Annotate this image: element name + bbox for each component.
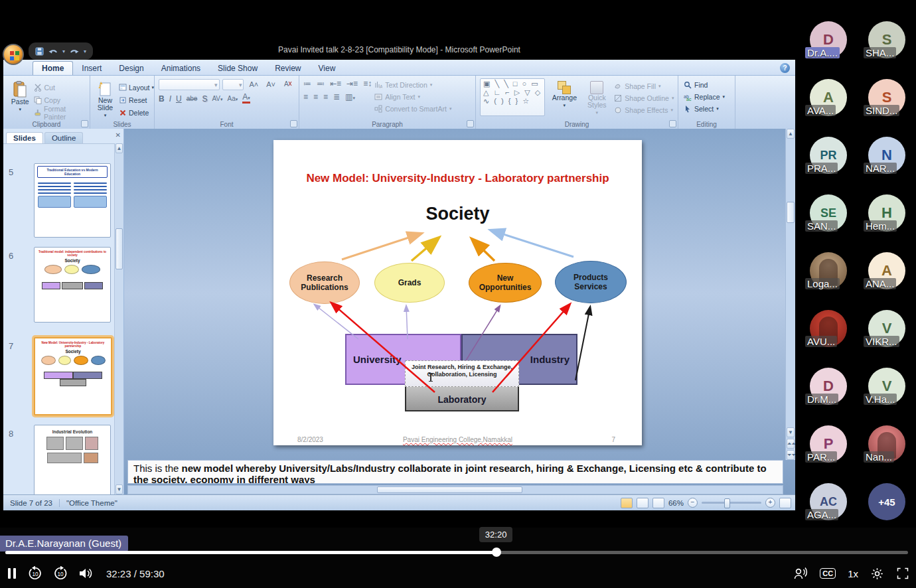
- slide-thumbnail-7[interactable]: New Model: University-Industry - Laborat…: [34, 337, 112, 415]
- align-right-button[interactable]: ≡: [323, 92, 328, 102]
- format-painter-button[interactable]: Format Painter: [34, 107, 88, 119]
- joint-research-textbox[interactable]: Joint Research, Hiring & Exchange, Colla…: [405, 360, 519, 387]
- shadow-button[interactable]: S: [202, 94, 207, 104]
- paste-button[interactable]: Paste▾: [6, 78, 34, 119]
- zoom-in-button[interactable]: +: [765, 498, 775, 508]
- panel-close-icon[interactable]: ✕: [115, 131, 121, 139]
- slide-canvas[interactable]: New Model: University-Industry - Laborat…: [273, 140, 642, 445]
- text-direction-button[interactable]: AText Direction▾: [374, 80, 451, 90]
- convert-smartart-button[interactable]: Convert to SmartArt▾: [374, 104, 451, 114]
- participant-tile[interactable]: S SHA...: [868, 21, 905, 58]
- select-button[interactable]: Select▾: [684, 104, 735, 114]
- participant-tile[interactable]: SE SAN...: [810, 194, 847, 232]
- layout-button[interactable]: Layout▾: [119, 82, 154, 94]
- delete-button[interactable]: Delete: [119, 107, 154, 119]
- pause-button[interactable]: [7, 567, 17, 579]
- paragraph-dialog-launcher[interactable]: [467, 120, 474, 127]
- rewind-10-button[interactable]: 10: [28, 566, 42, 581]
- seek-thumb[interactable]: [492, 548, 501, 557]
- quick-styles-button[interactable]: Quick Styles▾: [583, 78, 610, 116]
- strikethrough-button[interactable]: abe: [187, 95, 198, 102]
- clipboard-dialog-launcher[interactable]: [81, 120, 88, 127]
- shape-effects-button[interactable]: Shape Effects▾: [614, 105, 674, 115]
- ellipse-products-services[interactable]: Products Services: [555, 261, 627, 303]
- font-size-select[interactable]: ▾: [222, 79, 244, 90]
- font-name-select[interactable]: ▾: [159, 79, 220, 90]
- slide-sorter-view-icon[interactable]: [637, 498, 649, 508]
- columns-button[interactable]: ▥▾: [345, 92, 355, 102]
- tab-animations[interactable]: Animations: [153, 62, 209, 75]
- new-slide-button[interactable]: New Slide▾: [92, 78, 119, 119]
- seek-bar[interactable]: 32:20: [5, 551, 908, 554]
- notes-pane[interactable]: This is the new model whereby University…: [127, 460, 783, 484]
- editor-scrollbar[interactable]: ▲ ▼ ⏶⏶ ⏷⏷: [785, 129, 795, 460]
- drawing-dialog-launcher[interactable]: [669, 120, 676, 127]
- slide-thumbnail-6[interactable]: Traditional model: independent contribut…: [34, 247, 111, 323]
- slide-thumbnail-8[interactable]: Industrial Evolution: [34, 425, 111, 494]
- participant-tile[interactable]: D Dr.M...: [810, 368, 847, 405]
- tab-design[interactable]: Design: [110, 62, 152, 75]
- participant-tile[interactable]: P PAR...: [810, 425, 847, 463]
- tab-home[interactable]: Home: [33, 61, 73, 75]
- slides-tab[interactable]: Slides: [6, 132, 43, 143]
- shrink-font-button[interactable]: A˅: [264, 79, 278, 90]
- participant-tile[interactable]: H Hem...: [868, 194, 905, 232]
- participant-tile[interactable]: V VIKR...: [868, 310, 905, 347]
- underline-button[interactable]: U: [176, 94, 182, 104]
- numbering-button[interactable]: ≕: [317, 79, 325, 88]
- normal-view-icon[interactable]: [621, 498, 633, 508]
- clear-formatting-button[interactable]: A: [281, 79, 295, 90]
- participant-tile[interactable]: AVU...: [810, 310, 847, 347]
- font-dialog-launcher[interactable]: [290, 120, 297, 127]
- cut-button[interactable]: Cut: [34, 82, 88, 94]
- participant-tile[interactable]: Nan...: [868, 425, 905, 463]
- captions-button[interactable]: CC: [820, 568, 836, 579]
- justify-button[interactable]: ≣: [333, 92, 340, 102]
- participant-tile[interactable]: V V.Ha...: [868, 368, 905, 405]
- align-center-button[interactable]: ≡: [313, 92, 318, 102]
- tab-review[interactable]: Review: [266, 62, 309, 75]
- slideshow-view-icon[interactable]: [652, 498, 664, 508]
- notes-horizontal-scrollbar[interactable]: [127, 485, 783, 494]
- shapes-gallery[interactable]: ▣ ╲ ╲ □ ○ ▭ △ ∟ ⌐ ▷ ▽ ◇ ∿ ( ) { } ☆: [480, 78, 545, 116]
- change-case-button[interactable]: Aa▾: [228, 95, 238, 102]
- office-button-icon[interactable]: [3, 44, 24, 65]
- society-label[interactable]: Society: [273, 204, 642, 224]
- character-spacing-button[interactable]: AV▾: [212, 95, 222, 102]
- participant-tile[interactable]: A ANA...: [868, 252, 905, 289]
- zoom-out-button[interactable]: −: [688, 498, 698, 508]
- replace-button[interactable]: abacReplace▾: [684, 92, 735, 102]
- slide-thumbnail-5[interactable]: Traditional Education vs Modern Educatio…: [34, 163, 111, 238]
- find-button[interactable]: Find: [684, 80, 735, 90]
- slide-title[interactable]: New Model: University-Industry - Laborat…: [273, 172, 642, 185]
- volume-icon[interactable]: [78, 567, 93, 580]
- fit-to-window-icon[interactable]: [779, 498, 791, 508]
- font-color-button[interactable]: A▾: [242, 94, 250, 104]
- bullets-button[interactable]: ≔: [303, 79, 311, 88]
- outline-tab[interactable]: Outline: [44, 132, 83, 143]
- participant-tile[interactable]: AC AGA...: [810, 483, 847, 520]
- align-text-button[interactable]: Align Text▾: [374, 92, 451, 102]
- reset-button[interactable]: Reset: [119, 94, 154, 106]
- italic-button[interactable]: I: [169, 94, 171, 104]
- ellipse-new-opportunities[interactable]: New Opportunities: [469, 263, 542, 303]
- grow-font-button[interactable]: A˄: [246, 79, 261, 90]
- line-spacing-button[interactable]: ≡↕: [363, 79, 372, 88]
- zoom-slider[interactable]: [702, 502, 761, 504]
- fullscreen-icon[interactable]: [896, 567, 909, 580]
- participant-tile[interactable]: S SIND...: [868, 79, 905, 116]
- arrange-button[interactable]: Arrange▾: [549, 78, 579, 116]
- participant-tile[interactable]: D Dr.A....: [810, 21, 847, 58]
- ellipse-grads[interactable]: Grads: [374, 263, 445, 303]
- participant-tile[interactable]: A AVA...: [810, 79, 847, 116]
- participant-tile[interactable]: PR PRA...: [810, 137, 847, 174]
- previous-slide-button[interactable]: ⏶⏶: [787, 439, 795, 449]
- decrease-indent-button[interactable]: ⇤≡: [330, 79, 341, 88]
- audio-person-icon[interactable]: [793, 566, 808, 581]
- participant-tile[interactable]: Loga...: [810, 252, 847, 289]
- panel-scrollbar[interactable]: ▲ ▼: [114, 143, 123, 494]
- tab-slide-show[interactable]: Slide Show: [209, 62, 266, 75]
- ellipse-research-publications[interactable]: Research Publications: [289, 261, 360, 304]
- tab-insert[interactable]: Insert: [73, 62, 110, 75]
- align-left-button[interactable]: ≡: [303, 92, 308, 102]
